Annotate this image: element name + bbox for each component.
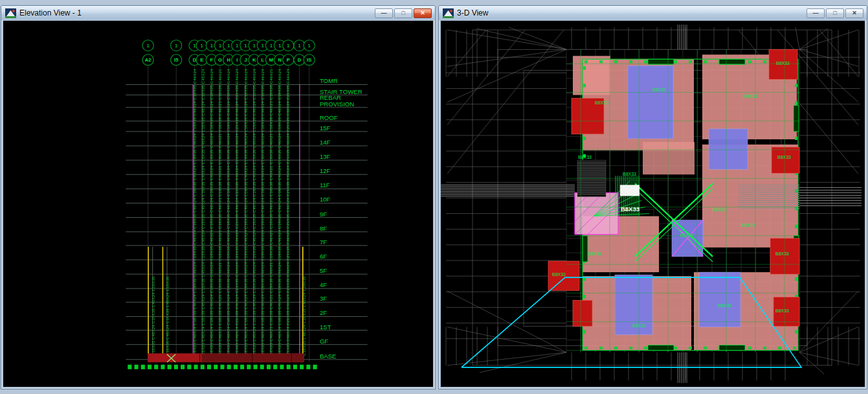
beam-label-highlight: B8X33: [621, 205, 640, 213]
window-title: Elevation View - 1: [19, 8, 372, 17]
column-section-labels: C15X35 C45X24 C15X35 C45X24 C15X35 C45X2…: [252, 69, 256, 358]
column-section-labels: C18X35 C46X24 C18X35 C46X24 C18X35 C46X2…: [244, 69, 248, 358]
elevation-canvas[interactable]: C15X35 C45X24 C15X35 C45X24 C15X35C15X35…: [3, 21, 433, 387]
column-section-labels: C18X35 C46X24 C18X35 C46X24 C18X35 C46X2…: [210, 69, 214, 358]
grid-label-top: 1: [298, 43, 301, 49]
story-label: 13F: [320, 153, 331, 160]
maximize-button[interactable]: □: [826, 8, 844, 18]
window-controls: — □ ✕: [375, 8, 432, 18]
beam-label: B8X33: [652, 87, 666, 92]
grid-label-top: 1: [146, 43, 150, 49]
three-d-titlebar[interactable]: 3-D View — □ ✕: [439, 6, 867, 20]
story-label: 7F: [320, 238, 327, 246]
grid-label-bottom: D: [298, 57, 302, 63]
story-label: 6F: [320, 253, 327, 260]
beam-label: B8X33: [741, 223, 755, 227]
story-label: 15F: [320, 124, 331, 132]
story-label: PROVISION: [320, 100, 354, 108]
grid-label-bottom: G: [218, 57, 222, 63]
story-label: 12F: [320, 167, 331, 174]
grid-label-bottom: N: [278, 57, 281, 63]
app-icon[interactable]: [443, 8, 454, 18]
grid-label-bottom: I5: [174, 57, 178, 63]
window-title: 3-D View: [457, 8, 803, 17]
three-d-canvas[interactable]: B8X33 B8X33 B8X33 B8X33 B8X33 B8X33 B8X3…: [441, 21, 865, 387]
column-section-labels: C21X35 C46X24 C21X35 C46X24 C21X35 C46X2…: [286, 69, 290, 358]
story-label: 8F: [320, 225, 327, 232]
grid-label-top: 1: [278, 43, 282, 49]
minimize-button[interactable]: —: [375, 8, 393, 18]
story-label: 1ST: [320, 323, 331, 330]
three-d-view-window: 3-D View — □ ✕: [438, 5, 867, 389]
close-button[interactable]: ✕: [414, 8, 432, 18]
app-icon-ground: [443, 16, 454, 18]
column-section-labels: C15X35 C45X24 C15X35 C45X24 C15X35 C45X2…: [201, 69, 205, 358]
story-label: 10F: [320, 196, 331, 203]
app-icon-sun: [12, 10, 15, 12]
elevation-column-strips: C15X35 C45X24 C15X35 C45X24 C15X35C15X35…: [151, 69, 306, 359]
app-icon-sun: [450, 10, 452, 12]
beam-label: B8X33: [623, 172, 636, 176]
grid-label-bottom: I: [236, 57, 238, 63]
grid-label-bottom: M: [269, 57, 273, 63]
highlight-panel: [620, 185, 640, 196]
maximize-button[interactable]: □: [394, 8, 412, 18]
grid-label-top: 1: [307, 43, 311, 49]
beam-label: B8X33: [776, 61, 790, 65]
close-button[interactable]: ✕: [845, 8, 863, 18]
grid-label-bottom: P: [287, 57, 290, 63]
beam-label: B8X33: [552, 272, 566, 277]
column-section-labels: C18X35 C46X24 C18X35 C46X24 C18X35 C46X2…: [227, 69, 230, 358]
beam-label: B8X33: [744, 94, 757, 98]
elevation-client-area: C15X35 C45X24 C15X35 C45X24 C15X35C15X35…: [3, 21, 433, 387]
story-label: 4F: [320, 281, 327, 288]
grid-label-top: 1: [175, 43, 178, 49]
grid-label-bottom: H: [227, 57, 230, 63]
app-icon-ground: [5, 16, 16, 18]
grid-label-top: 1: [219, 43, 222, 49]
beam-label: B8X33: [588, 251, 601, 256]
beam-label: B8X33: [632, 323, 646, 327]
column-section-labels: C18X35 C46X24 C18X35 C46X24 C18X35 C46X2…: [278, 69, 282, 358]
grid-label-top: 1: [270, 43, 273, 49]
grid-label-bottom: J: [244, 57, 247, 63]
story-label: 5F: [320, 267, 327, 274]
story-label: ROOF: [320, 114, 338, 121]
grid-bubbles-layer: 1A21I51D1E1F1G1H1I1J1K1L1M1N1P1D1IS: [142, 40, 315, 65]
column-section-labels: C18X35 C46X24 C18X35 C46X24 C18X35 C46X2…: [261, 69, 265, 358]
column-section-labels: C21X35 C46X24 C21X35 C46X24 C21X35 C46X2…: [235, 69, 239, 358]
grid-label-top: 1: [200, 43, 203, 49]
grid-label-bottom: L: [262, 57, 265, 63]
window-controls: — □ ✕: [807, 8, 863, 18]
grid-label-top: 1: [252, 43, 256, 49]
story-label: 9F: [320, 211, 327, 218]
beam-label: B8X33: [775, 308, 789, 313]
story-label: 14F: [320, 139, 331, 146]
story-label: GF: [320, 338, 328, 345]
beam-label: B8X33: [777, 155, 791, 159]
story-label: 11F: [320, 181, 330, 189]
elevation-view-window: Elevation View - 1 — □ ✕ C15X35 C45X24 C…: [1, 5, 436, 389]
minimize-button[interactable]: —: [807, 8, 825, 18]
beam-label: B8X33: [775, 251, 789, 256]
column-section-labels: C18X38 C46X21 C18X38 C46X21 C18X38 C46X2…: [218, 69, 222, 358]
beam-bundle-left: [441, 185, 575, 196]
column-section-labels: C15X35 C45X24 C15X35 C45X24 C15X35: [151, 276, 155, 356]
column-section-labels: C18X38 C46X21 C18X38 C46X21 C18X38 C46X2…: [269, 69, 273, 358]
grid-label-bottom: F: [210, 57, 214, 63]
story-label: 3F: [320, 295, 327, 302]
beam-label: B8X33: [718, 303, 731, 308]
grid-label-top: 1: [227, 43, 230, 49]
beam-label: B8X33: [713, 207, 726, 212]
beam-label: B8X33: [595, 100, 608, 105]
grid-label-top: 1: [287, 43, 290, 49]
beam-label: B8X33: [680, 233, 694, 238]
grid-label-top: 1: [236, 43, 239, 49]
beam-label: B8X33: [578, 155, 592, 159]
story-label: 2F: [320, 309, 327, 316]
story-label: TOMR: [320, 78, 338, 85]
grid-label-bottom: E: [200, 57, 203, 63]
elevation-titlebar[interactable]: Elevation View - 1 — □ ✕: [1, 6, 435, 20]
grid-label-bottom: K: [252, 57, 256, 63]
app-icon[interactable]: [5, 8, 16, 18]
